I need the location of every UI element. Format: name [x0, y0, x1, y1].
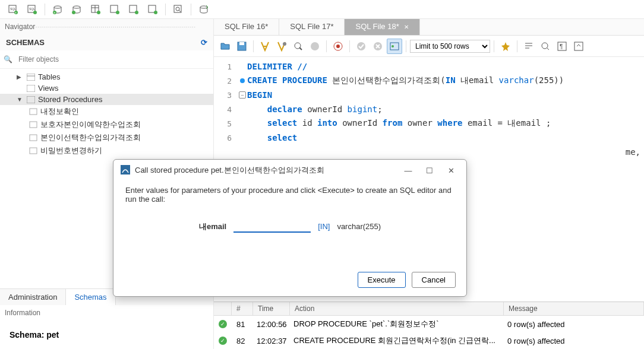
param-row: 내email [IN] varchar(255): [125, 220, 454, 233]
code-token: declare: [247, 104, 307, 114]
sp-item[interactable]: 비밀번호변경하기: [0, 144, 213, 157]
cancel-button[interactable]: Cancel: [412, 272, 456, 288]
tree-tables[interactable]: ▶ Tables: [0, 71, 213, 83]
schema-value: pet: [46, 330, 59, 340]
code-token: owner: [408, 118, 438, 128]
collapse-icon: ▼: [17, 96, 24, 103]
sp-item[interactable]: 본인이선택한수업의가격조회: [0, 131, 213, 144]
param-direction: [IN]: [318, 222, 330, 231]
rowtime: 12:00:56: [252, 319, 289, 330]
add-table-icon[interactable]: [87, 2, 104, 17]
explain-icon[interactable]: [291, 39, 306, 54]
code-token: from: [383, 118, 408, 128]
execute-button[interactable]: Execute: [358, 272, 406, 288]
minimize-icon[interactable]: —: [400, 164, 416, 176]
svg-point-6: [33, 11, 37, 14]
code-token: (255)): [534, 75, 564, 85]
file-tab[interactable]: SQL File 17*: [279, 19, 345, 35]
find-icon[interactable]: [521, 39, 536, 54]
filter-objects: 🔍: [0, 50, 213, 69]
file-tab-active[interactable]: SQL File 18*✕: [345, 19, 419, 35]
rowtime: 12:02:37: [252, 335, 289, 347]
output-panel: # Time Action Message ✓ 81 12:00:56 DROP…: [214, 302, 644, 349]
param-input[interactable]: [233, 220, 311, 233]
add-schema-icon[interactable]: +: [49, 2, 66, 17]
open-icon[interactable]: [217, 39, 233, 54]
dialog-title: Call stored procedure pet.본인이선택한수업의가격조회: [135, 165, 324, 176]
tree-sp-label: Stored Procedures: [38, 95, 102, 104]
rownum: 82: [232, 335, 252, 347]
code-trail: me,: [626, 147, 640, 157]
close-icon[interactable]: ✕: [404, 24, 409, 30]
svg-point-41: [336, 45, 340, 48]
execute-icon[interactable]: [257, 39, 273, 54]
tree-stored-procedures[interactable]: ▼ Stored Procedures: [0, 94, 213, 105]
table-icon: [26, 73, 36, 81]
rownum: 81: [232, 319, 252, 330]
tree-views-label: Views: [38, 84, 58, 93]
maximize-icon[interactable]: ☐: [421, 164, 438, 176]
sp-icon: [29, 120, 38, 129]
file-tab[interactable]: SQL File 16*: [214, 19, 279, 35]
sp-item[interactable]: 내정보확인: [0, 105, 213, 118]
stop-icon[interactable]: [307, 39, 323, 54]
output-row[interactable]: ✓ 81 12:00:56 DROP PROCEDURE `pet`.`회원정보…: [214, 316, 644, 332]
breakpoint-icon[interactable]: [240, 78, 245, 83]
expand-icon: ▶: [17, 74, 24, 80]
svg-rect-33: [30, 148, 37, 154]
commit2-icon[interactable]: [353, 39, 369, 54]
wrap-icon[interactable]: ¶: [554, 39, 570, 54]
code-token: (: [440, 75, 445, 85]
fold-icon[interactable]: −: [239, 91, 246, 99]
tree-views[interactable]: Views: [0, 83, 213, 94]
output-row[interactable]: ✓ 82 12:02:37 CREATE PROCEDURE 회원긴급연락처수정…: [214, 332, 644, 349]
add-db-icon[interactable]: [68, 2, 85, 17]
svg-point-45: [392, 45, 394, 47]
close-icon[interactable]: ✕: [443, 164, 459, 176]
dialog-titlebar: Call stored procedure pet.본인이선택한수업의가격조회 …: [113, 160, 466, 181]
col-msg: Message: [504, 302, 644, 315]
rollback-icon[interactable]: [370, 39, 386, 54]
col-time: Time: [253, 302, 290, 315]
code-token: BEGIN: [247, 90, 272, 100]
sp-icon: [29, 134, 38, 142]
filter-input[interactable]: [16, 53, 210, 66]
file-tabs: SQL File 16* SQL File 17* SQL File 18*✕: [214, 19, 644, 36]
dialog-instruction: Enter values for parameters of your proc…: [125, 186, 454, 204]
svg-rect-53: [574, 42, 583, 50]
svg-line-50: [547, 47, 549, 50]
proc-icon: [26, 96, 36, 104]
svg-rect-31: [30, 122, 37, 128]
code-token: varchar: [499, 75, 534, 85]
limit-select[interactable]: Limit to 500 rows: [410, 40, 490, 53]
execute-step-icon[interactable]: [274, 39, 289, 54]
save-icon[interactable]: [234, 39, 250, 54]
add-proc-icon[interactable]: [125, 2, 142, 17]
sp-item[interactable]: 보호자본인이예약한수업조회: [0, 118, 213, 131]
code-token: select: [247, 118, 302, 128]
autocommit-icon[interactable]: [387, 39, 402, 54]
svg-point-25: [200, 6, 207, 8]
svg-point-42: [357, 42, 365, 50]
reconnect-icon[interactable]: [195, 2, 212, 17]
code-token: ownerId: [307, 104, 347, 114]
refresh-icon[interactable]: ⟳: [201, 38, 207, 47]
add-func-icon[interactable]: [144, 2, 161, 17]
code-token: into: [317, 118, 342, 128]
svg-point-19: [135, 11, 138, 14]
new-sql-icon[interactable]: SQL+: [5, 2, 21, 17]
tab-administration[interactable]: Administration: [0, 289, 66, 305]
beautify-icon[interactable]: [498, 39, 513, 54]
svg-text:SQL: SQL: [29, 7, 35, 11]
search-icon[interactable]: [170, 2, 187, 17]
add-view-icon[interactable]: [106, 2, 123, 17]
snippets-icon[interactable]: [571, 39, 586, 54]
code-token: id: [302, 118, 317, 128]
tab-schemas[interactable]: Schemas: [66, 289, 115, 305]
schema-label: Schema:: [10, 330, 46, 340]
find2-icon[interactable]: [538, 39, 553, 54]
code-token: 본인이선택한수업의가격조회: [332, 75, 440, 85]
new-sql2-icon[interactable]: SQL: [24, 2, 40, 17]
svg-rect-32: [30, 135, 37, 141]
commit-icon[interactable]: [330, 39, 346, 54]
